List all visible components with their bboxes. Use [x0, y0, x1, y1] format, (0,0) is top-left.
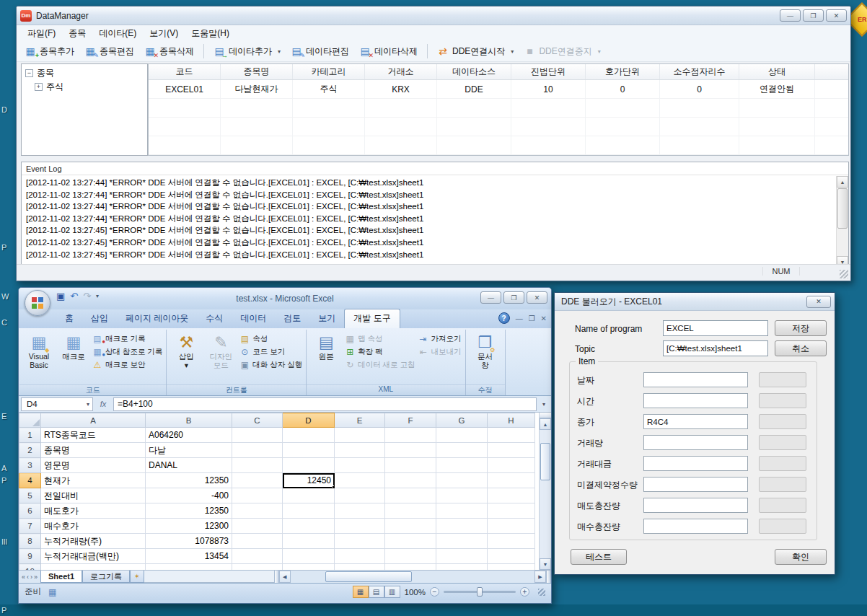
tree-node-stock[interactable]: + 주식	[23, 80, 146, 94]
cell-E2[interactable]	[335, 443, 385, 458]
column-header[interactable]: 코드	[149, 64, 221, 79]
cell-A9[interactable]: 누적거래대금(백만)	[41, 549, 146, 564]
tree-expand-icon[interactable]: +	[35, 83, 43, 91]
cell-A10[interactable]	[41, 564, 146, 571]
column-header[interactable]: 상태	[739, 64, 815, 79]
cell-G3[interactable]	[436, 458, 488, 473]
row-header-9[interactable]: 9	[19, 549, 41, 564]
zoom-out-button[interactable]: −	[430, 587, 439, 597]
dde-connect-stop-button[interactable]: ■DDE연결중지▾	[519, 43, 605, 60]
cell-G7[interactable]	[436, 519, 488, 534]
view-button[interactable]: ▦	[353, 586, 369, 598]
scroll-down-icon[interactable]: ▼	[540, 558, 551, 570]
row-header-4[interactable]: 4	[19, 473, 41, 488]
program-name-input[interactable]	[663, 320, 768, 336]
chevron-down-icon[interactable]: ▾	[511, 48, 514, 55]
zoom-slider-thumb[interactable]	[477, 587, 483, 597]
cell-H3[interactable]	[488, 458, 535, 473]
minimize-button[interactable]: —	[480, 291, 501, 304]
cell-E1[interactable]	[335, 428, 385, 443]
fill-handle[interactable]	[332, 485, 335, 488]
datamanager-titlebar[interactable]: Dm DataManager — ❐ ✕	[17, 6, 850, 25]
cell-B8[interactable]: 1078873	[146, 534, 232, 549]
cell-G6[interactable]	[436, 503, 488, 519]
tree-node-root[interactable]: − 종목	[23, 66, 146, 80]
import-button[interactable]: ⇥가져오기	[418, 334, 462, 344]
column-header-A[interactable]: A	[41, 413, 146, 428]
cell-D9[interactable]	[283, 549, 335, 564]
tab-ribbon[interactable]: 검토	[275, 309, 309, 328]
cell-B5[interactable]: -400	[146, 488, 232, 503]
qat-customize-icon[interactable]: ▾	[96, 293, 99, 299]
column-header-C[interactable]: C	[232, 413, 283, 428]
cell-E3[interactable]	[335, 458, 385, 473]
item-input-매도총잔량[interactable]	[643, 498, 748, 513]
cell-G2[interactable]	[436, 443, 488, 458]
chevron-down-icon[interactable]: ▾	[87, 401, 89, 408]
xml-source-button[interactable]: ▤원본	[310, 332, 342, 362]
sheet-tab-로그기록[interactable]: 로그기록	[82, 571, 130, 583]
minimize-button[interactable]: —	[516, 314, 523, 322]
cell-F9[interactable]	[385, 549, 436, 564]
restore-button[interactable]: ❐	[529, 314, 535, 322]
topic-input[interactable]	[663, 340, 768, 356]
row-header-2[interactable]: 2	[19, 443, 41, 458]
cell-A4[interactable]: 현재가	[41, 473, 146, 488]
cell-B6[interactable]: 12350	[146, 503, 232, 519]
cell-B9[interactable]: 13454	[146, 549, 232, 564]
cell-F1[interactable]	[385, 428, 436, 443]
cell-F4[interactable]	[385, 473, 436, 488]
scroll-right-icon[interactable]: ▶	[534, 571, 546, 583]
cell-A8[interactable]: 누적거래량(주)	[41, 534, 146, 549]
resize-grip[interactable]	[840, 270, 848, 278]
insert-worksheet-tab[interactable]: ✶	[130, 571, 144, 583]
restore-button[interactable]: ❐	[503, 291, 524, 304]
item-input-매수총잔량[interactable]	[643, 519, 748, 534]
run-dialog-button[interactable]: ▣대화 상자 실행	[239, 360, 302, 370]
cell-E5[interactable]	[335, 488, 385, 503]
macro-record-icon[interactable]: ▦	[48, 587, 56, 597]
column-header-G[interactable]: G	[436, 413, 488, 428]
cell-D4[interactable]: 12450	[283, 473, 335, 488]
cell-F5[interactable]	[385, 488, 436, 503]
cell-A1[interactable]: RTS종목코드	[41, 428, 146, 443]
cell-A5[interactable]: 전일대비	[41, 488, 146, 503]
cell-C8[interactable]	[232, 534, 283, 549]
export-button[interactable]: ⇤내보내기	[418, 347, 462, 357]
row-header-8[interactable]: 8	[19, 534, 41, 549]
close-button[interactable]: ✕	[826, 9, 847, 22]
cell-D6[interactable]	[283, 503, 335, 519]
cell-G9[interactable]	[436, 549, 488, 564]
column-header-F[interactable]: F	[385, 413, 436, 428]
column-header-D[interactable]: D	[283, 413, 335, 428]
chevron-down-icon[interactable]: ▾	[278, 48, 281, 55]
scroll-up-icon[interactable]: ▲	[837, 176, 848, 188]
zoom-in-button[interactable]: +	[520, 587, 529, 597]
tab-developer-active[interactable]: 개발 도구	[344, 309, 400, 328]
chevron-down-icon[interactable]: ▾	[598, 48, 601, 55]
cell-G4[interactable]	[436, 473, 488, 488]
item-input-미결제약정수량[interactable]	[643, 477, 748, 492]
close-button[interactable]: ✕	[527, 291, 547, 304]
tab-ribbon[interactable]: 삽입	[82, 309, 117, 328]
cell-H10[interactable]	[488, 564, 535, 571]
column-header-E[interactable]: E	[335, 413, 385, 428]
cell-C1[interactable]	[232, 428, 283, 443]
column-header-B[interactable]: B	[146, 413, 232, 428]
column-header[interactable]: 종목명	[221, 64, 293, 79]
view-button[interactable]: ▤	[369, 586, 384, 598]
cell-D10[interactable]	[283, 564, 335, 571]
map-properties-button[interactable]: ▦맵 속성	[345, 334, 415, 344]
view-code-button[interactable]: ⊙코드 보기	[239, 347, 302, 357]
office-button[interactable]	[25, 290, 50, 316]
dialog-titlebar[interactable]: DDE 불러오기 - EXCEL01 ✕	[555, 293, 835, 311]
cell-B4[interactable]: 12350	[146, 473, 232, 488]
column-header[interactable]: 거래소	[365, 64, 437, 79]
cell-H4[interactable]	[488, 473, 535, 488]
refresh-data-button[interactable]: ↻데이터 새로 고침	[345, 360, 415, 370]
ok-button[interactable]: 확인	[775, 549, 827, 565]
insert-control-button[interactable]: ⚒삽입▾	[170, 332, 202, 371]
record-macro-button[interactable]: ▤●매크로 기록	[92, 334, 162, 344]
cell-D7[interactable]	[283, 519, 335, 534]
row-header-1[interactable]: 1	[19, 428, 41, 443]
